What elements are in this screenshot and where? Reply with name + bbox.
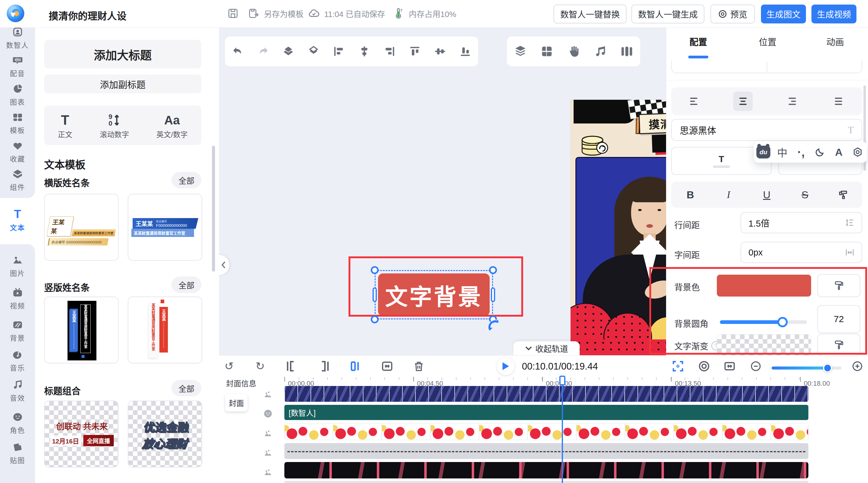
selection-handle-top-right[interactable] bbox=[489, 266, 497, 274]
text-align-left-button[interactable] bbox=[685, 92, 705, 111]
title-combo-card-1[interactable]: 创联动 共未来 12月16日 全网直播 bbox=[44, 400, 119, 467]
group-all-button-combo[interactable]: 全部 bbox=[172, 380, 202, 396]
project-title[interactable]: 摸清你的理财人设 bbox=[49, 8, 126, 22]
preview-button[interactable]: 预览 bbox=[710, 5, 755, 23]
english-number-button[interactable]: Aa 英文/数字 bbox=[156, 112, 188, 139]
tab-config[interactable]: 配置 bbox=[679, 34, 718, 49]
text-align-right-button[interactable] bbox=[781, 92, 801, 111]
sidebar-item-favorites[interactable]: 收藏 bbox=[0, 139, 35, 165]
timeline-redo-icon[interactable]: ↻ bbox=[253, 359, 267, 373]
music-note-icon[interactable] bbox=[594, 45, 607, 58]
send-backward-icon[interactable] bbox=[307, 45, 320, 58]
strikethrough-button[interactable]: S bbox=[796, 185, 814, 204]
tab-animation[interactable]: 动画 bbox=[815, 34, 855, 49]
nameplate-card-gold[interactable]: 王某某 某某财富通首席财富官工作室 执业编号 S0000000000000000… bbox=[44, 194, 119, 261]
chinese-font-icon[interactable]: 中 bbox=[775, 145, 789, 159]
timeline-undo-icon[interactable]: ↺ bbox=[222, 359, 236, 373]
avatar-generate-button[interactable]: 数智人一键生成 bbox=[631, 5, 704, 23]
selection-handle-bottom-left[interactable] bbox=[371, 315, 379, 323]
playhead-line[interactable] bbox=[562, 385, 563, 483]
font-settings-icon[interactable] bbox=[851, 145, 865, 159]
sidebar-item-music[interactable]: 音乐 bbox=[0, 348, 35, 374]
columns-icon[interactable] bbox=[620, 45, 633, 58]
nameplate-card-red-vertical[interactable]: 某某财富通首席财富官工作室 王某某 F0000000000000 bbox=[128, 297, 202, 363]
title-images-track[interactable] bbox=[284, 462, 808, 478]
italic-button[interactable]: I bbox=[719, 185, 738, 204]
selection-handle-right[interactable] bbox=[491, 288, 495, 302]
sidebar-item-sound-effect[interactable]: 音效 bbox=[0, 378, 35, 404]
align-right-icon[interactable] bbox=[383, 45, 396, 58]
bring-forward-icon[interactable] bbox=[282, 45, 295, 58]
zoom-out-icon[interactable] bbox=[749, 359, 763, 373]
nameplate-card-black-vertical[interactable]: 王某某 F0000000000000 某某财富通首席财富官工作室 bbox=[44, 297, 119, 363]
subtitle-track[interactable] bbox=[284, 443, 808, 459]
layers-icon[interactable] bbox=[514, 45, 527, 58]
line-spacing-select[interactable]: 1.5倍 bbox=[741, 212, 862, 233]
generate-video-button[interactable]: 生成视频 bbox=[811, 5, 857, 23]
redo-icon[interactable] bbox=[256, 45, 270, 58]
selection-handle-left[interactable] bbox=[373, 288, 377, 302]
letter-a-font-icon[interactable]: A bbox=[832, 145, 846, 159]
underline-button[interactable]: U bbox=[757, 185, 776, 204]
align-top-icon[interactable] bbox=[408, 45, 422, 58]
group-all-button-horizontal[interactable]: 全部 bbox=[172, 172, 202, 188]
punctuation-font-icon[interactable]: ·, bbox=[794, 145, 808, 159]
keyframe-target-icon[interactable] bbox=[697, 359, 711, 373]
sidebar-item-video[interactable]: 视频 bbox=[0, 285, 35, 312]
sidebar-item-text[interactable]: T 文本 bbox=[0, 207, 35, 234]
moon-icon[interactable] bbox=[813, 145, 827, 159]
partial-track[interactable] bbox=[284, 481, 808, 483]
baidu-du-icon[interactable]: du bbox=[756, 146, 770, 158]
nameplate-card-blue[interactable]: 王某某 执业编号F0000000000000 某某财富通首席财富官工作室 bbox=[128, 194, 202, 261]
panel-scrollbar[interactable] bbox=[212, 146, 215, 272]
align-center-vertical-icon[interactable] bbox=[358, 45, 371, 58]
letter-spacing-select[interactable]: 0px bbox=[741, 242, 862, 263]
layout-grid-icon[interactable] bbox=[540, 45, 554, 58]
text-align-center-button[interactable] bbox=[733, 92, 753, 111]
trim-right-icon[interactable] bbox=[317, 359, 331, 373]
video-frames-track[interactable] bbox=[284, 386, 808, 402]
body-text-button[interactable]: T 正文 bbox=[58, 112, 72, 139]
sidebar-item-chart[interactable]: 图表 bbox=[0, 82, 35, 108]
sidebar-item-digital-human[interactable]: 数智人 bbox=[0, 25, 35, 52]
timeline-zoom-thumb[interactable] bbox=[823, 363, 832, 372]
sidebar-item-voiceover[interactable]: 配音 bbox=[0, 53, 35, 80]
align-center-horizontal-icon[interactable] bbox=[433, 45, 447, 58]
playhead-handle[interactable] bbox=[559, 375, 565, 385]
split-clip-icon[interactable] bbox=[348, 359, 363, 373]
selection-handle-top-left[interactable] bbox=[371, 266, 379, 274]
save-as-template-button[interactable]: 另存为模板 bbox=[247, 7, 304, 20]
scrolling-number-button[interactable]: 90 滚动数字 bbox=[100, 112, 129, 139]
undo-icon[interactable] bbox=[231, 45, 245, 58]
format-painter-icon[interactable] bbox=[834, 185, 852, 204]
sidebar-item-template[interactable]: 模板 bbox=[0, 110, 35, 137]
collapse-tracks-button[interactable]: 收起轨道 bbox=[514, 341, 580, 355]
app-logo[interactable] bbox=[7, 5, 24, 22]
sidebar-item-components[interactable]: 组件 bbox=[0, 167, 35, 193]
cover-button[interactable]: 封面 bbox=[225, 394, 248, 412]
sidebar-item-background[interactable]: 背景 bbox=[0, 318, 35, 344]
generate-image-button[interactable]: 生成图文 bbox=[761, 5, 806, 23]
play-button[interactable] bbox=[497, 357, 515, 375]
align-bottom-icon[interactable] bbox=[459, 45, 472, 58]
hand-pan-icon[interactable] bbox=[567, 45, 580, 58]
timeline-zoom-slider[interactable] bbox=[772, 366, 841, 369]
trim-left-icon[interactable] bbox=[285, 359, 299, 373]
rotate-handle-icon[interactable] bbox=[486, 317, 502, 333]
sidebar-item-character[interactable]: 角色 bbox=[0, 410, 35, 436]
bold-button[interactable]: B bbox=[681, 185, 700, 204]
add-subtitle-button[interactable]: 添加副标题 bbox=[44, 74, 202, 93]
align-left-icon[interactable] bbox=[332, 45, 345, 58]
group-all-button-vertical[interactable]: 全部 bbox=[172, 276, 202, 293]
delete-clip-icon[interactable] bbox=[412, 359, 426, 373]
digital-human-track[interactable]: [数智人] bbox=[284, 405, 808, 420]
tab-position[interactable]: 位置 bbox=[748, 34, 787, 49]
title-combo-card-2[interactable]: 优选金融 放心理财 bbox=[128, 400, 202, 467]
avatar-replace-button[interactable]: 数智人一键替换 bbox=[554, 5, 626, 23]
decoration-track[interactable] bbox=[284, 423, 808, 440]
sidebar-item-image[interactable]: 图片 bbox=[0, 253, 35, 279]
add-title-button[interactable]: 添加大标题 bbox=[44, 40, 202, 68]
fit-clip-icon[interactable] bbox=[380, 359, 394, 373]
sidebar-item-sticker[interactable]: 贴图 bbox=[0, 440, 35, 466]
font-family-select[interactable]: 思源黑体 T bbox=[671, 119, 862, 141]
